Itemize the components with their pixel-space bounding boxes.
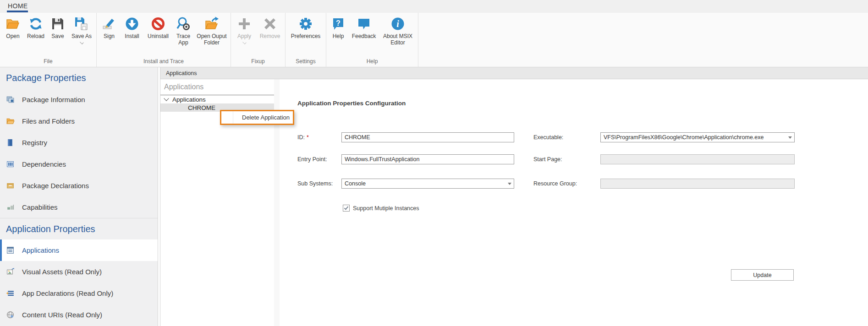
sidebar-item-dependencies[interactable]: Dependencies bbox=[0, 153, 158, 175]
sidebar-item-label: Package Information bbox=[22, 96, 85, 103]
apply-button: Apply bbox=[232, 13, 256, 44]
ribbon-group-file: Open Reload Save Save As bbox=[0, 13, 97, 67]
button-label: Help bbox=[333, 33, 344, 40]
menu-item-delete-application[interactable]: Delete Application bbox=[233, 111, 293, 124]
sidebar-item-label: Files and Folders bbox=[22, 117, 75, 125]
tree-expander-icon[interactable] bbox=[164, 96, 169, 101]
sidebar-item-label: Visual Assets (Read Only) bbox=[22, 268, 102, 276]
dropdown-arrow-icon[interactable] bbox=[505, 183, 514, 185]
preferences-button[interactable]: Preferences bbox=[287, 13, 324, 40]
svg-text:i: i bbox=[396, 19, 399, 29]
sidebar-item-registry[interactable]: Registry bbox=[0, 132, 158, 153]
ribbon-group-label: File bbox=[1, 57, 95, 67]
uninstall-button[interactable]: Uninstall bbox=[144, 13, 172, 40]
tab-home-underline bbox=[7, 11, 28, 12]
ribbon-tab-row: HOME bbox=[0, 0, 868, 13]
button-label: Reload bbox=[27, 33, 44, 40]
help-button[interactable]: ? Help bbox=[328, 13, 349, 40]
button-label: Trace App bbox=[172, 33, 194, 46]
entry-point-input[interactable] bbox=[341, 154, 514, 164]
executable-combo[interactable]: VFS\ProgramFilesX86\Google\Chrome\Applic… bbox=[600, 132, 795, 142]
sign-button[interactable]: Sign bbox=[98, 13, 120, 40]
sub-systems-label: Sub Systems: bbox=[297, 179, 333, 189]
button-label: Open bbox=[6, 33, 19, 40]
ribbon-group-install-trace: Sign Install Uninstall Trace App bbox=[97, 13, 231, 67]
sidebar-item-package-declarations[interactable]: Package Declarations bbox=[0, 175, 158, 196]
reload-button[interactable]: Reload bbox=[24, 13, 47, 40]
button-label: Sign bbox=[104, 33, 115, 40]
sidebar-item-label: App Declarations (Read Only) bbox=[22, 289, 113, 297]
tab-applications[interactable]: Applications bbox=[160, 67, 197, 79]
required-asterisk: * bbox=[307, 134, 309, 141]
trace-app-button[interactable]: Trace App bbox=[172, 13, 194, 46]
selection-accent-bar bbox=[0, 239, 2, 261]
sidebar-item-applications[interactable]: Applications bbox=[0, 239, 158, 261]
button-label: Uninstall bbox=[148, 33, 169, 40]
button-label: Save bbox=[51, 33, 64, 40]
sidebar-item-label: Registry bbox=[22, 139, 47, 147]
open-button[interactable]: Open bbox=[1, 13, 24, 40]
executable-combo-value: VFS\ProgramFilesX86\Google\Chrome\Applic… bbox=[601, 134, 786, 141]
ribbon-group-settings: Preferences Settings bbox=[286, 13, 326, 67]
trace-app-icon bbox=[176, 16, 191, 31]
tree-panel-title: Applications bbox=[164, 83, 274, 95]
sidebar-item-capabilities[interactable]: Capabilities bbox=[0, 196, 158, 218]
id-label-text: ID: bbox=[297, 134, 305, 141]
ribbon-group-label: Fixup bbox=[232, 57, 284, 67]
tree-node-applications[interactable]: Applications bbox=[160, 95, 274, 103]
sidebar-item-content-uris[interactable]: Content URIs (Read Only) bbox=[0, 304, 158, 326]
apply-plus-icon bbox=[237, 16, 252, 31]
sidebar-item-visual-assets[interactable]: Visual Assets (Read Only) bbox=[0, 261, 158, 283]
form-title: Application Properties Configuration bbox=[297, 100, 406, 107]
sub-systems-combo[interactable]: Console bbox=[341, 179, 514, 189]
document-tab-strip: Applications bbox=[160, 67, 868, 79]
update-button[interactable]: Update bbox=[731, 269, 794, 281]
context-menu-icon-gutter bbox=[221, 111, 233, 124]
visual-assets-icon bbox=[6, 267, 15, 276]
resource-group-label: Resource Group: bbox=[533, 179, 577, 189]
sidebar-item-label: Content URIs (Read Only) bbox=[22, 311, 102, 319]
sidebar-item-label: Capabilities bbox=[22, 203, 58, 211]
ribbon-group-help: ? Help Feedback i About MSIX Editor Help bbox=[326, 13, 418, 67]
ribbon-group-label: Help bbox=[328, 57, 417, 67]
chevron-down-icon bbox=[80, 40, 84, 44]
sign-icon bbox=[102, 16, 116, 31]
entry-point-label: Entry Point: bbox=[297, 154, 327, 164]
remove-button: Remove bbox=[256, 13, 284, 40]
sub-systems-combo-value: Console bbox=[342, 180, 505, 187]
open-output-folder-icon bbox=[204, 16, 219, 31]
reload-icon bbox=[28, 16, 43, 31]
tree-node-label: Applications bbox=[172, 96, 206, 103]
feedback-button[interactable]: Feedback bbox=[349, 13, 379, 40]
support-multiple-instances-checkbox[interactable] bbox=[343, 205, 350, 212]
save-icon bbox=[50, 16, 65, 31]
feedback-icon bbox=[357, 16, 371, 31]
id-label: ID:* bbox=[297, 132, 309, 142]
save-button[interactable]: Save bbox=[47, 13, 68, 40]
checkmark-icon bbox=[344, 205, 349, 210]
id-input[interactable] bbox=[341, 132, 514, 142]
button-label: Apply bbox=[237, 33, 251, 40]
open-output-folder-button[interactable]: Open Ouput Folder bbox=[194, 13, 229, 46]
dropdown-arrow-icon[interactable] bbox=[786, 136, 794, 139]
tab-home[interactable]: HOME bbox=[8, 2, 28, 10]
sidebar: Package Properties Package Information F… bbox=[0, 67, 158, 326]
sidebar-section-package-properties: Package Properties bbox=[0, 67, 158, 89]
sidebar-item-files-and-folders[interactable]: Files and Folders bbox=[0, 110, 158, 132]
sidebar-item-package-information[interactable]: Package Information bbox=[0, 89, 158, 110]
remove-x-icon bbox=[263, 16, 277, 31]
start-page-input bbox=[600, 154, 795, 164]
ribbon-group-label: Install and Trace bbox=[98, 57, 229, 67]
button-label: Feedback bbox=[352, 33, 376, 40]
about-msix-editor-button[interactable]: i About MSIX Editor bbox=[379, 13, 417, 46]
sidebar-section-application-properties: Application Properties bbox=[0, 218, 158, 239]
button-label: Preferences bbox=[291, 33, 321, 40]
content-uris-icon bbox=[6, 310, 15, 319]
install-button[interactable]: Install bbox=[120, 13, 144, 40]
button-label: Open Ouput Folder bbox=[194, 33, 229, 46]
save-as-button[interactable]: Save As bbox=[68, 13, 95, 44]
chevron-down-icon bbox=[242, 40, 247, 44]
files-folders-icon bbox=[6, 117, 15, 125]
sidebar-item-label: Package Declarations bbox=[22, 182, 89, 190]
sidebar-item-app-declarations[interactable]: App Declarations (Read Only) bbox=[0, 283, 158, 304]
